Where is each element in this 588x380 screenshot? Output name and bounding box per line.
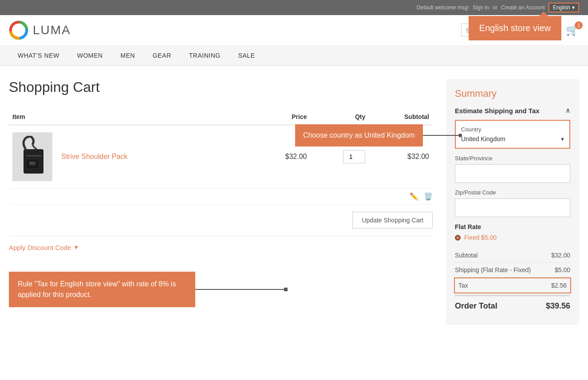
state-label: State/Province bbox=[455, 155, 570, 162]
subtotal-line: Subtotal $32.00 bbox=[455, 248, 570, 263]
nav-item-training[interactable]: Training bbox=[180, 46, 229, 65]
flat-rate-radio[interactable] bbox=[455, 235, 461, 241]
flat-rate-option: Fixed $5.00 bbox=[455, 234, 570, 241]
cart-actions: Update Shopping Cart bbox=[9, 205, 433, 236]
shipping-value: $5.00 bbox=[555, 266, 570, 273]
edit-icon[interactable]: ✏️ bbox=[410, 192, 418, 201]
main-content: Shopping Cart Item Price Qty Subtotal bbox=[0, 66, 588, 338]
order-total-label: Order Total bbox=[455, 301, 497, 311]
discount-arrow: ▾ bbox=[75, 243, 78, 251]
tax-annotation-box: Rule "Tax for English store view" with r… bbox=[9, 272, 195, 307]
order-total: Order Total $39.56 bbox=[455, 295, 570, 316]
flat-rate-title: Flat Rate bbox=[455, 223, 570, 230]
main-nav: What's New Women Men Gear Training Sale bbox=[0, 46, 588, 66]
action-row: ✏️ 🗑️ bbox=[9, 189, 433, 205]
col-qty: Qty bbox=[310, 109, 369, 125]
nav-item-whats-new[interactable]: What's New bbox=[9, 46, 68, 65]
country-select[interactable]: United Kingdom United States Germany Fra… bbox=[461, 135, 564, 142]
product-cell: Strive Shoulder Pack bbox=[9, 125, 253, 189]
subtotal-value: $32.00 bbox=[551, 252, 570, 259]
col-subtotal: Subtotal bbox=[369, 109, 433, 125]
page-title: Shopping Cart bbox=[9, 79, 433, 95]
svg-rect-4 bbox=[29, 162, 36, 165]
action-icons: ✏️ 🗑️ bbox=[9, 192, 433, 201]
annotation-dot bbox=[458, 134, 462, 137]
collapse-icon[interactable]: ∧ bbox=[565, 107, 570, 115]
flat-rate-label: Fixed $5.00 bbox=[464, 234, 497, 241]
cart-section: Shopping Cart Item Price Qty Subtotal bbox=[9, 79, 433, 307]
summary-title: Summary bbox=[455, 88, 570, 99]
summary-lines: Subtotal $32.00 Shipping (Flat Rate - Fi… bbox=[455, 248, 570, 293]
qty-input[interactable] bbox=[343, 150, 365, 163]
cart-icon[interactable]: 🛒 1 bbox=[566, 24, 579, 36]
tax-line: Tax $2.56 bbox=[454, 277, 571, 293]
nav-item-women[interactable]: Women bbox=[68, 46, 112, 65]
discount-section: Apply Discount Code ▾ bbox=[9, 236, 433, 258]
country-annotation-wrapper: Choose country as United Kingdom bbox=[295, 124, 462, 146]
bag-svg bbox=[17, 136, 48, 178]
zip-input[interactable] bbox=[459, 202, 566, 213]
logo[interactable]: LUMA bbox=[9, 20, 71, 40]
col-price: Price bbox=[253, 109, 311, 125]
subtotal-label: Subtotal bbox=[455, 252, 478, 259]
annotation-line bbox=[423, 135, 458, 136]
delete-icon[interactable]: 🗑️ bbox=[424, 192, 433, 201]
state-input[interactable] bbox=[459, 168, 566, 179]
product-image bbox=[12, 132, 52, 181]
lang-label: English bbox=[553, 4, 570, 11]
sign-in-link[interactable]: Sign In bbox=[473, 4, 489, 11]
logo-text: LUMA bbox=[33, 23, 71, 37]
language-dropdown[interactable]: English ▾ bbox=[549, 3, 579, 12]
country-select-wrapper: United Kingdom United States Germany Fra… bbox=[461, 135, 564, 142]
store-view-tooltip: English store view bbox=[469, 16, 561, 40]
lang-arrow: ▾ bbox=[572, 4, 575, 11]
tax-annotation-text: Rule "Tax for English store view" with r… bbox=[18, 280, 176, 298]
welcome-message: Default welcome msg! bbox=[417, 4, 469, 11]
country-annotation-box: Choose country as United Kingdom bbox=[295, 124, 423, 146]
country-field: Country United Kingdom United States Ger… bbox=[455, 120, 570, 149]
tax-annotation-area: Rule "Tax for English store view" with r… bbox=[9, 272, 433, 307]
state-field bbox=[455, 164, 570, 183]
col-item: Item bbox=[9, 109, 253, 125]
cart-badge: 1 bbox=[575, 21, 583, 29]
discount-label: Apply Discount Code bbox=[9, 244, 71, 251]
tax-value: $2.56 bbox=[551, 282, 567, 289]
shipping-label: Shipping (Flat Rate - Fixed) bbox=[455, 266, 531, 273]
or-divider: or bbox=[493, 4, 497, 11]
nav-item-gear[interactable]: Gear bbox=[144, 46, 180, 65]
update-cart-button[interactable]: Update Shopping Cart bbox=[352, 212, 433, 229]
shipping-section-label: Estimate Shipping and Tax bbox=[455, 107, 540, 115]
cart-table: Item Price Qty Subtotal bbox=[9, 109, 433, 205]
shipping-section-header: Estimate Shipping and Tax ∧ bbox=[455, 107, 570, 115]
nav-item-men[interactable]: Men bbox=[111, 46, 144, 65]
product-name[interactable]: Strive Shoulder Pack bbox=[61, 153, 127, 161]
country-label: Country bbox=[461, 126, 564, 133]
create-account-link[interactable]: Create an Account bbox=[501, 4, 545, 11]
top-bar: Default welcome msg! Sign In or Create a… bbox=[0, 0, 588, 15]
logo-icon bbox=[9, 20, 28, 40]
shipping-line: Shipping (Flat Rate - Fixed) $5.00 bbox=[455, 263, 570, 277]
zip-label: Zip/Postal Code bbox=[455, 189, 570, 196]
discount-toggle[interactable]: Apply Discount Code ▾ bbox=[9, 243, 433, 251]
summary-sidebar: Summary Estimate Shipping and Tax ∧ Coun… bbox=[446, 79, 579, 325]
nav-item-sale[interactable]: Sale bbox=[229, 46, 264, 65]
flat-rate-section: Flat Rate Fixed $5.00 bbox=[455, 223, 570, 241]
order-total-value: $39.56 bbox=[546, 301, 570, 311]
country-annotation-text: Choose country as United Kingdom bbox=[303, 131, 415, 139]
tax-label: Tax bbox=[458, 282, 468, 289]
zip-field bbox=[455, 198, 570, 217]
country-field-wrapper: Country United Kingdom United States Ger… bbox=[455, 120, 570, 149]
